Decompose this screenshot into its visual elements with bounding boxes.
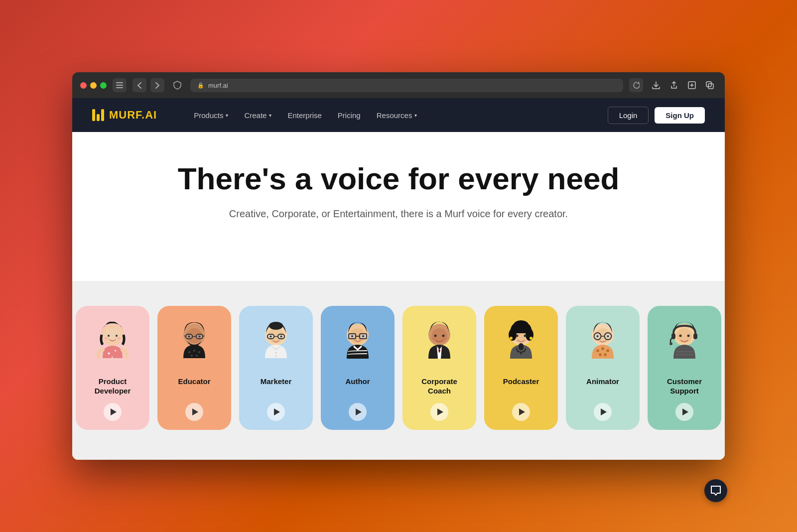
- marketer-play-button[interactable]: [267, 403, 285, 421]
- svg-point-44: [434, 334, 437, 337]
- svg-point-22: [193, 350, 195, 352]
- logo-icon: [92, 109, 104, 121]
- nav-pricing[interactable]: Pricing: [331, 107, 368, 124]
- persona-card-customer-support: CustomerSupport: [648, 306, 721, 430]
- svg-point-70: [676, 328, 692, 343]
- tabs-icon[interactable]: [703, 78, 717, 92]
- svg-point-68: [604, 353, 607, 356]
- svg-point-32: [280, 335, 282, 337]
- svg-rect-0: [116, 82, 123, 83]
- logo-bar-3: [101, 109, 104, 121]
- educator-label: Educator: [178, 377, 210, 387]
- persona-card-animator: Animator: [566, 306, 640, 430]
- svg-point-28: [269, 322, 283, 330]
- svg-text:★: ★: [114, 349, 117, 352]
- product-developer-play-button[interactable]: [104, 403, 122, 421]
- reload-button[interactable]: [629, 78, 643, 92]
- product-developer-avatar: ★ ★ ★: [85, 316, 140, 371]
- url-text: murf.ai: [208, 82, 228, 89]
- logo-text: MURF.AI: [109, 109, 157, 122]
- logo-bar-2: [97, 114, 100, 121]
- svg-point-56: [524, 334, 527, 337]
- svg-point-11: [117, 337, 121, 339]
- forward-button[interactable]: [150, 78, 164, 92]
- customer-support-play-button[interactable]: [675, 403, 693, 421]
- svg-point-23: [198, 351, 200, 353]
- author-play-button[interactable]: [349, 403, 367, 421]
- svg-point-34: [275, 352, 277, 353]
- svg-point-53: [510, 337, 513, 340]
- animator-play-button[interactable]: [594, 403, 612, 421]
- nav-resources[interactable]: Resources ▾: [370, 107, 424, 124]
- svg-point-63: [607, 335, 609, 337]
- svg-point-74: [679, 334, 682, 337]
- navigation-controls: [133, 78, 164, 92]
- maximize-button[interactable]: [100, 82, 107, 89]
- persona-card-podcaster: Podcaster: [484, 306, 558, 430]
- svg-point-67: [599, 353, 602, 356]
- login-button[interactable]: Login: [608, 107, 649, 124]
- svg-point-25: [196, 355, 198, 357]
- animator-label: Animator: [586, 377, 619, 387]
- svg-point-54: [530, 337, 532, 340]
- svg-point-73: [669, 342, 672, 345]
- share-icon[interactable]: [667, 78, 681, 92]
- svg-point-75: [687, 334, 690, 337]
- minimize-button[interactable]: [90, 82, 97, 89]
- author-label: Author: [345, 377, 370, 387]
- logo[interactable]: MURF.AI: [92, 109, 157, 122]
- browser-window: 🔒 murf.ai: [72, 72, 725, 459]
- products-chevron-icon: ▾: [226, 113, 228, 118]
- hero-subheading: Creative, Corporate, or Entertainment, t…: [224, 206, 573, 221]
- signup-button[interactable]: Sign Up: [655, 107, 705, 124]
- hero-heading: There's a voice for every need: [92, 162, 705, 196]
- svg-point-20: [199, 335, 201, 337]
- svg-rect-57: [519, 343, 524, 350]
- podcaster-play-button[interactable]: [512, 403, 530, 421]
- chat-support-bubble[interactable]: [704, 479, 727, 502]
- download-icon[interactable]: [649, 78, 663, 92]
- svg-point-66: [606, 349, 609, 352]
- svg-point-55: [516, 334, 519, 337]
- educator-play-button[interactable]: [185, 403, 203, 421]
- address-bar[interactable]: 🔒 murf.ai: [190, 79, 623, 92]
- customer-support-avatar: [657, 316, 712, 371]
- svg-point-8: [108, 335, 110, 337]
- corporate-coach-label: CorporateCoach: [421, 377, 457, 396]
- customer-support-label: CustomerSupport: [667, 377, 702, 396]
- svg-point-9: [116, 335, 118, 337]
- resources-chevron-icon: ▾: [414, 113, 417, 118]
- svg-point-35: [275, 355, 277, 357]
- persona-card-marketer: Marketer: [239, 306, 313, 430]
- product-developer-label: ProductDeveloper: [95, 377, 131, 396]
- back-button[interactable]: [133, 78, 146, 92]
- persona-card-product-developer: ★ ★ ★ ProductDeveloper: [76, 306, 149, 430]
- podcaster-label: Podcaster: [503, 377, 539, 387]
- svg-point-43: [431, 328, 447, 343]
- svg-point-62: [597, 335, 599, 337]
- shield-icon: [170, 78, 184, 92]
- svg-point-10: [105, 337, 109, 339]
- svg-text:★: ★: [107, 351, 111, 356]
- svg-point-65: [601, 347, 604, 350]
- close-button[interactable]: [80, 82, 87, 89]
- nav-create[interactable]: Create ▾: [237, 107, 278, 124]
- new-tab-icon[interactable]: [685, 78, 699, 92]
- svg-point-24: [191, 355, 193, 357]
- corporate-coach-play-button[interactable]: [430, 403, 448, 421]
- podcaster-avatar: [494, 316, 548, 371]
- browser-chrome: 🔒 murf.ai: [72, 72, 725, 98]
- sidebar-toggle-icon[interactable]: [113, 78, 127, 92]
- persona-card-author: Author: [321, 306, 395, 430]
- svg-point-47: [444, 337, 448, 340]
- svg-point-21: [188, 351, 190, 353]
- nav-products[interactable]: Products ▾: [187, 107, 235, 124]
- author-avatar: [330, 316, 385, 371]
- nav-enterprise[interactable]: Enterprise: [280, 107, 328, 124]
- svg-point-41: [362, 335, 364, 337]
- main-nav: MURF.AI Products ▾ Create ▾ Enterprise P…: [72, 98, 725, 132]
- svg-rect-72: [693, 333, 697, 339]
- nav-auth: Login Sign Up: [608, 107, 705, 124]
- svg-point-7: [105, 328, 121, 342]
- website-content: MURF.AI Products ▾ Create ▾ Enterprise P…: [72, 98, 725, 459]
